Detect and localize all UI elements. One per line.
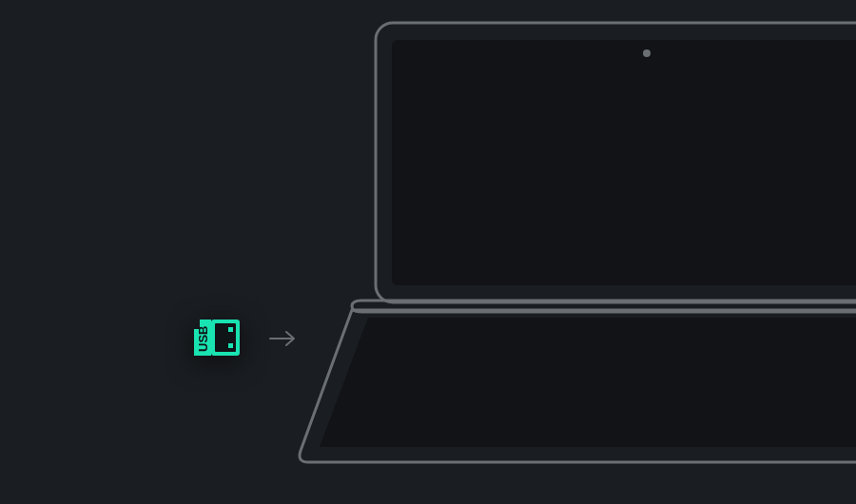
- arrow-right-icon: [268, 329, 301, 348]
- laptop-illustration: [295, 19, 856, 466]
- svg-rect-3: [228, 327, 233, 332]
- laptop-camera-icon: [643, 49, 651, 57]
- illustration-stage: USB: [0, 0, 856, 504]
- laptop-screen-panel: [392, 40, 856, 285]
- usb-label: USB: [196, 326, 210, 352]
- laptop-base-panel: [320, 318, 856, 447]
- svg-rect-4: [228, 343, 233, 348]
- usb-dongle-icon: USB: [188, 314, 242, 361]
